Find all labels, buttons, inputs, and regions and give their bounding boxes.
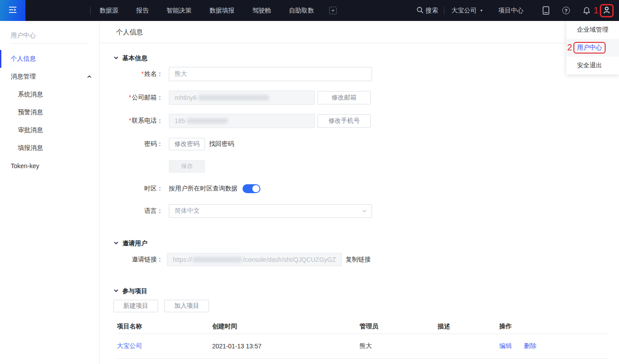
table-header-row: 项目名称 创建时间 管理员 描述 操作 (117, 319, 608, 334)
sidebar-title: 用户中心 (0, 21, 99, 43)
phone-input-disabled: 185 (169, 114, 315, 128)
search-button[interactable]: 搜索 (414, 7, 438, 15)
col-header-project-name: 项目名称 (117, 323, 212, 331)
invite-url-redacted-blur (192, 257, 242, 262)
project-name-link[interactable]: 大宝公司 (117, 342, 142, 349)
name-label: *姓名： (113, 70, 163, 78)
cell-admin: 熊大 (360, 342, 438, 350)
language-label: 语言： (113, 207, 163, 215)
col-header-admin: 管理员 (360, 323, 438, 331)
sidebar-item-alert-messages[interactable]: 预警消息 (0, 103, 99, 121)
required-mark: * (129, 94, 131, 101)
project-buttons: 新建项目 加入项目 (113, 300, 608, 312)
annotation-step-2: 2 (567, 42, 572, 53)
chevron-down-icon (362, 208, 367, 214)
project-center-link[interactable]: 项目中心 (498, 0, 523, 21)
sidebar-item-filling-messages[interactable]: 填报消息 (0, 139, 99, 157)
sidebar-item-approval-messages[interactable]: 审批消息 (0, 121, 99, 139)
nav-item-cockpit[interactable]: 驾驶舱 (243, 0, 280, 21)
phone-redacted-blur (187, 118, 228, 124)
timezone-toggle[interactable] (243, 184, 260, 193)
annotation-step-1: 1 (594, 5, 598, 16)
delete-project-link[interactable]: 删除 (524, 342, 536, 349)
sidebar-item-system-messages[interactable]: 系统消息 (0, 86, 99, 103)
table-row: 大宝公司 2021-01-13 13:57 熊大 编辑 删除 (117, 334, 608, 359)
section-title: 邀请用户 (122, 240, 147, 248)
sidebar-item-token-key[interactable]: Token-key (0, 157, 99, 175)
timezone-description: 按用户所在时区查询数据 (169, 185, 238, 193)
menu-item-enterprise-domain[interactable]: 企业域管理 (566, 21, 619, 39)
new-project-button[interactable]: 新建项目 (113, 300, 158, 312)
nav-item-smart-decision[interactable]: 智能决策 (158, 0, 201, 21)
user-account-button[interactable] (600, 4, 614, 17)
join-project-button[interactable]: 加入项目 (164, 300, 209, 312)
top-navbar: 数据源 报告 智能决策 数据填报 驾驶舱 自助取数 + 搜索 大宝公司 ▼ 项目… (0, 0, 619, 21)
chevron-up-icon (87, 74, 92, 79)
menu-collapse-icon (8, 6, 17, 15)
language-select[interactable]: 简体中文 (169, 204, 372, 218)
section-title: 基本信息 (122, 54, 147, 62)
col-header-actions: 操作 (499, 323, 608, 331)
change-phone-button[interactable]: 修改手机号 (318, 114, 371, 128)
nav-item-self-service[interactable]: 自助取数 (280, 0, 323, 21)
add-module-icon[interactable]: + (329, 7, 337, 14)
menu-item-user-center-label: 用户中心 (577, 44, 602, 51)
sidebar-collapse-button[interactable] (0, 0, 25, 21)
invite-link-input-disabled: https:// /console/dash/sht/QJQCUZGyGZ (167, 253, 342, 266)
name-input[interactable] (169, 67, 372, 81)
timezone-label: 时区： (113, 185, 163, 193)
section-invite-header[interactable]: 邀请用户 (113, 240, 608, 248)
col-header-created-time: 创建时间 (212, 323, 360, 331)
help-icon[interactable]: ? (562, 7, 570, 14)
password-label: 密码： (113, 140, 163, 148)
section-basic-info-header[interactable]: 基本信息 (113, 54, 608, 62)
form-row-save: 保存 (113, 160, 608, 173)
nav-right-tools: 搜索 大宝公司 ▼ 项目中心 ? 1 (414, 0, 619, 21)
copy-link-button[interactable]: 复制链接 (346, 256, 371, 264)
main-nav-menu: 数据源 报告 智能决策 数据填报 驾驶舱 自助取数 + (91, 0, 337, 21)
mobile-app-icon[interactable] (543, 6, 549, 15)
email-input-disabled: mhtlny6 (169, 91, 315, 105)
chevron-down-icon: ▼ (480, 9, 483, 12)
main-content: 个人信息 基本信息 *姓名： *公司邮箱： mhtlny6 (100, 21, 619, 364)
section-title: 参与项目 (122, 287, 147, 295)
chevron-down-icon (113, 288, 119, 295)
menu-item-logout[interactable]: 安全退出 (566, 57, 619, 74)
section-projects-header[interactable]: 参与项目 (113, 287, 608, 295)
cell-created-time: 2021-01-13 13:57 (212, 343, 360, 350)
phone-visible-text: 185 (175, 117, 185, 124)
sidebar-item-message-management[interactable]: 消息管理 (0, 68, 99, 86)
invite-url-prefix: https:// (173, 256, 192, 263)
annotation-highlight-box: 用户中心 (573, 42, 606, 54)
user-dropdown-menu: 企业域管理 2 用户中心 安全退出 (566, 21, 619, 74)
invite-link-label: 邀请链接： (113, 256, 163, 264)
email-visible-text: mhtlny6 (175, 94, 197, 101)
nav-item-data-filling[interactable]: 数据填报 (201, 0, 243, 21)
edit-project-link[interactable]: 编辑 (499, 342, 512, 349)
language-selected-value: 简体中文 (175, 207, 200, 215)
change-password-button[interactable]: 修改密码 (169, 138, 205, 150)
projects-table: 项目名称 创建时间 管理员 描述 操作 大宝公司 2021-01-13 13:5… (117, 319, 608, 359)
menu-item-user-center[interactable]: 2 用户中心 (566, 39, 619, 57)
form-row-password: 密码： 修改密码 找回密码 (113, 138, 608, 150)
company-name: 大宝公司 (452, 7, 477, 15)
company-switcher[interactable]: 大宝公司 ▼ (452, 7, 483, 15)
form-row-language: 语言： 简体中文 (113, 204, 608, 218)
nav-item-report[interactable]: 报告 (127, 0, 158, 21)
required-mark: * (129, 117, 131, 124)
page-title: 个人信息 (100, 21, 619, 43)
sidebar-item-personal-info[interactable]: 个人信息 (0, 50, 99, 68)
col-header-description: 描述 (438, 323, 499, 331)
email-label: *公司邮箱： (113, 94, 163, 102)
nav-item-datasource[interactable]: 数据源 (91, 0, 127, 21)
save-button[interactable]: 保存 (169, 160, 205, 173)
form-row-name: *姓名： (113, 67, 608, 81)
sidebar-item-label: 消息管理 (11, 73, 36, 81)
change-email-button[interactable]: 修改邮箱 (318, 91, 371, 104)
form-row-timezone: 时区： 按用户所在时区查询数据 (113, 184, 608, 193)
sidebar: 用户中心 个人信息 消息管理 系统消息 预警消息 审批消息 填报消息 Token… (0, 21, 100, 364)
notifications-bell-icon[interactable] (583, 6, 590, 15)
recover-password-link[interactable]: 找回密码 (209, 140, 234, 148)
search-icon (417, 7, 423, 15)
sidebar-menu: 个人信息 消息管理 系统消息 预警消息 审批消息 填报消息 Token-key (0, 44, 99, 175)
